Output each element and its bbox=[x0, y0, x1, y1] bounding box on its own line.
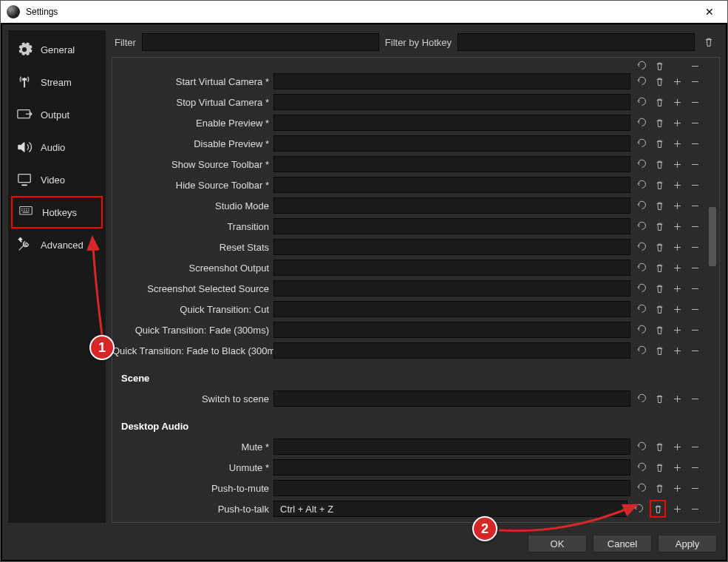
trash-icon[interactable] bbox=[653, 323, 666, 336]
undo-icon[interactable] bbox=[635, 220, 648, 233]
undo-icon[interactable] bbox=[635, 95, 648, 109]
minus-icon[interactable] bbox=[688, 502, 701, 515]
hotkey-input[interactable] bbox=[273, 260, 630, 276]
plus-icon[interactable] bbox=[670, 199, 684, 212]
scrollbar[interactable] bbox=[707, 59, 718, 521]
plus-icon[interactable] bbox=[670, 502, 684, 515]
undo-icon[interactable] bbox=[635, 178, 648, 192]
hotkey-input[interactable] bbox=[273, 94, 630, 110]
undo-icon[interactable] bbox=[635, 461, 648, 474]
trash-icon[interactable] bbox=[653, 95, 666, 109]
undo-icon[interactable] bbox=[635, 261, 648, 274]
trash-icon[interactable] bbox=[653, 302, 666, 316]
minus-icon[interactable] bbox=[688, 261, 701, 274]
trash-icon[interactable] bbox=[653, 461, 666, 474]
minus-icon[interactable] bbox=[688, 137, 701, 150]
sidebar-item-output[interactable]: Output bbox=[8, 98, 106, 131]
minus-icon[interactable] bbox=[688, 116, 701, 129]
trash-icon[interactable] bbox=[653, 261, 666, 274]
cancel-button[interactable]: Cancel bbox=[593, 535, 652, 552]
minus-icon[interactable] bbox=[688, 323, 701, 336]
minus-icon[interactable] bbox=[688, 61, 701, 71]
minus-icon[interactable] bbox=[688, 158, 701, 171]
plus-icon[interactable] bbox=[670, 240, 684, 254]
trash-icon[interactable] bbox=[650, 500, 666, 518]
minus-icon[interactable] bbox=[688, 95, 701, 109]
hotkey-input[interactable] bbox=[273, 115, 630, 131]
hotkey-input[interactable] bbox=[273, 301, 630, 317]
trash-icon[interactable] bbox=[653, 240, 666, 254]
minus-icon[interactable] bbox=[688, 302, 701, 316]
hotkey-input[interactable] bbox=[273, 197, 630, 214]
hotkey-input[interactable] bbox=[273, 390, 630, 407]
hotkey-input[interactable] bbox=[273, 177, 630, 193]
plus-icon[interactable] bbox=[670, 344, 684, 357]
trash-icon[interactable] bbox=[653, 440, 666, 453]
hotkey-input[interactable] bbox=[273, 342, 630, 359]
sidebar-item-hotkeys[interactable]: Hotkeys bbox=[11, 196, 103, 228]
trash-icon[interactable] bbox=[653, 220, 666, 233]
plus-icon[interactable] bbox=[670, 75, 684, 88]
plus-icon[interactable] bbox=[670, 95, 684, 109]
undo-icon[interactable] bbox=[635, 323, 648, 336]
undo-icon[interactable] bbox=[635, 199, 648, 212]
hotkey-input[interactable] bbox=[273, 439, 630, 455]
undo-icon[interactable] bbox=[635, 392, 648, 405]
minus-icon[interactable] bbox=[688, 75, 701, 88]
minus-icon[interactable] bbox=[688, 178, 701, 192]
hotkey-input[interactable] bbox=[273, 135, 630, 152]
hotkey-input[interactable] bbox=[273, 459, 630, 475]
undo-icon[interactable] bbox=[635, 481, 648, 495]
close-button[interactable]: ✕ bbox=[695, 6, 724, 18]
undo-icon[interactable] bbox=[635, 61, 648, 71]
scrollbar-thumb[interactable] bbox=[709, 207, 716, 266]
undo-icon[interactable] bbox=[635, 158, 648, 171]
minus-icon[interactable] bbox=[688, 440, 701, 453]
trash-icon[interactable] bbox=[653, 75, 666, 88]
sidebar-item-advanced[interactable]: Advanced bbox=[8, 228, 106, 261]
filter-input[interactable] bbox=[142, 33, 379, 51]
hotkey-input[interactable] bbox=[273, 239, 630, 255]
hotkey-input[interactable] bbox=[273, 322, 630, 338]
undo-icon[interactable] bbox=[635, 240, 648, 254]
trash-icon[interactable] bbox=[653, 178, 666, 192]
plus-icon[interactable] bbox=[670, 481, 684, 495]
trash-icon[interactable] bbox=[653, 116, 666, 129]
trash-icon[interactable] bbox=[653, 392, 666, 405]
filter-hotkey-input[interactable] bbox=[457, 33, 695, 51]
plus-icon[interactable] bbox=[670, 220, 684, 233]
plus-icon[interactable] bbox=[670, 392, 684, 405]
hotkey-input[interactable] bbox=[273, 156, 630, 172]
minus-icon[interactable] bbox=[688, 199, 701, 212]
plus-icon[interactable] bbox=[670, 261, 684, 274]
minus-icon[interactable] bbox=[688, 392, 701, 405]
hotkey-input[interactable] bbox=[273, 73, 630, 89]
sidebar-item-audio[interactable]: Audio bbox=[8, 131, 106, 163]
plus-icon[interactable] bbox=[670, 440, 684, 453]
minus-icon[interactable] bbox=[688, 461, 701, 474]
trash-icon[interactable] bbox=[653, 158, 666, 171]
minus-icon[interactable] bbox=[688, 282, 701, 295]
hotkey-input[interactable] bbox=[273, 218, 630, 234]
undo-icon[interactable] bbox=[635, 440, 648, 453]
plus-icon[interactable] bbox=[670, 323, 684, 336]
plus-icon[interactable] bbox=[670, 158, 684, 171]
plus-icon[interactable] bbox=[670, 461, 684, 474]
plus-icon[interactable] bbox=[670, 282, 684, 295]
trash-icon[interactable] bbox=[653, 344, 666, 357]
sidebar-item-video[interactable]: Video bbox=[8, 163, 106, 196]
undo-icon[interactable] bbox=[635, 282, 648, 295]
sidebar-item-stream[interactable]: Stream bbox=[8, 66, 106, 98]
apply-button[interactable]: Apply bbox=[658, 535, 717, 552]
minus-icon[interactable] bbox=[688, 240, 701, 254]
undo-icon[interactable] bbox=[632, 502, 645, 515]
minus-icon[interactable] bbox=[688, 344, 701, 357]
plus-icon[interactable] bbox=[670, 178, 684, 192]
trash-icon[interactable] bbox=[653, 282, 666, 295]
filter-clear-icon[interactable] bbox=[701, 34, 717, 50]
trash-icon[interactable] bbox=[653, 61, 666, 71]
undo-icon[interactable] bbox=[635, 137, 648, 150]
hotkey-input[interactable]: Ctrl + Alt + Z bbox=[273, 501, 627, 517]
trash-icon[interactable] bbox=[653, 481, 666, 495]
sidebar-item-general[interactable]: General bbox=[8, 33, 106, 66]
